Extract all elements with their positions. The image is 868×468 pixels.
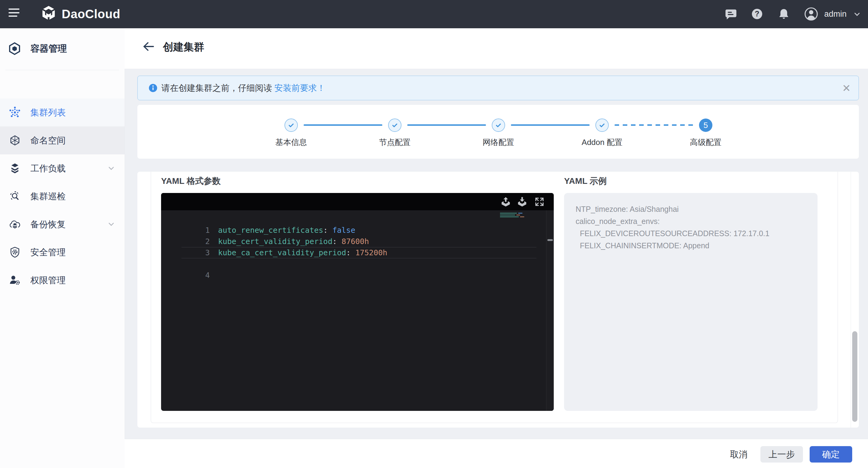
sidebar-item-cluster-list[interactable]: 集群列表 (0, 98, 125, 126)
user-menu-chevron-down-icon[interactable] (853, 10, 861, 19)
notification-bell-icon[interactable] (778, 8, 790, 20)
container-management-icon (8, 42, 22, 56)
help-icon[interactable]: ? (751, 8, 763, 20)
editor-minimap (500, 213, 534, 218)
yaml-params-title: YAML 格式参数 (161, 176, 221, 187)
line-number: 4 (197, 270, 210, 281)
sidebar-item-security-management[interactable]: 安全管理 (0, 238, 125, 266)
app-screen: DaoCloud ? admin 容器管理 (0, 0, 868, 468)
upload-icon[interactable] (500, 196, 511, 207)
sidebar-item-backup-restore[interactable]: 备份恢复 (0, 210, 125, 238)
back-arrow-icon[interactable] (143, 41, 154, 52)
step-1-indicator[interactable] (284, 119, 298, 132)
sidebar-item-label: 集群巡检 (30, 182, 66, 210)
code-line-4-current[interactable]: 4 (161, 247, 554, 258)
cluster-inspection-icon (9, 191, 21, 202)
check-icon (598, 121, 606, 129)
backup-restore-icon (9, 219, 21, 230)
step-label-basic-info: 基本信息 (246, 137, 337, 148)
step-label-network-config: 网络配置 (453, 137, 544, 148)
sidebar-item-label: 命名空间 (30, 126, 66, 154)
check-icon (287, 121, 295, 129)
sidebar-item-namespace[interactable]: 命名空间 (0, 126, 125, 154)
info-icon (149, 84, 157, 92)
editor-toolbar (161, 193, 554, 210)
sidebar-item-label: 安全管理 (30, 238, 66, 266)
step-connector-dashed (615, 124, 693, 126)
workload-icon (9, 163, 21, 174)
example-line: calico_node_extra_envs: (576, 215, 817, 227)
banner-close-icon[interactable]: ✕ (840, 82, 853, 95)
permission-management-icon (9, 274, 21, 286)
sidebar-item-workload[interactable]: 工作负载 (0, 154, 125, 182)
step-2-indicator[interactable] (388, 119, 401, 132)
step-3-indicator[interactable] (492, 119, 505, 132)
daocloud-logo-icon[interactable] (40, 4, 57, 22)
sidebar-item-label: 权限管理 (30, 266, 66, 294)
sidebar-divider (5, 70, 119, 70)
namespace-icon (9, 135, 21, 146)
sidebar-item-label: 备份恢复 (30, 210, 66, 238)
step-connector (304, 124, 382, 126)
sidebar-item-label: 工作负载 (30, 154, 66, 182)
chevron-down-icon[interactable] (107, 220, 116, 228)
svg-text:?: ? (755, 9, 759, 18)
download-icon[interactable] (517, 196, 528, 207)
sidebar-item-permission-management[interactable]: 权限管理 (0, 266, 125, 294)
step-connector (407, 124, 486, 126)
check-icon (391, 121, 399, 129)
username[interactable]: admin (824, 0, 847, 28)
banner-text: 请在创建集群之前，仔细阅读 安装前要求！ (161, 76, 326, 100)
page-title: 创建集群 (163, 39, 204, 55)
info-banner: 请在创建集群之前，仔细阅读 安装前要求！ ✕ (137, 76, 859, 100)
editor-scrollbar-thumb[interactable] (547, 239, 553, 241)
hamburger-menu-icon[interactable] (8, 8, 21, 18)
banner-message: 请在创建集群之前，仔细阅读 (161, 83, 274, 93)
fullscreen-icon[interactable] (534, 196, 545, 207)
sidebar-item-label: 集群列表 (30, 98, 66, 126)
step-5-indicator[interactable]: 5 (699, 119, 712, 132)
page-scrollbar-thumb[interactable] (852, 331, 857, 422)
yaml-example-box: NTP_timezone: Asia/Shanghai calico_node_… (564, 193, 817, 411)
security-management-icon (9, 246, 21, 258)
user-avatar-icon[interactable] (804, 7, 818, 21)
chevron-down-icon[interactable] (107, 164, 116, 173)
top-bar: DaoCloud ? admin (0, 0, 868, 28)
example-line: NTP_timezone: Asia/Shanghai (576, 203, 817, 215)
step-4-indicator[interactable] (595, 119, 609, 132)
check-icon (494, 121, 502, 129)
step-label-node-config: 节点配置 (349, 137, 440, 148)
current-line-highlight (181, 247, 536, 258)
step-label-advanced-config: 高级配置 (660, 137, 751, 148)
cancel-button[interactable]: 取消 (728, 446, 749, 463)
message-icon[interactable] (724, 8, 737, 20)
sidebar-item-cluster-inspection[interactable]: 集群巡检 (0, 182, 125, 210)
code-line-1[interactable]: 1auto_renew_certificates: false (161, 213, 554, 225)
step-connector (511, 124, 590, 126)
step-label-addon-config: Addon 配置 (556, 137, 648, 148)
page-header (125, 28, 868, 69)
example-line: FELIX_DEVICEROUTESOURCEADDRESS: 172.17.0… (576, 227, 817, 240)
confirm-button[interactable]: 确定 (810, 446, 852, 463)
stepper: 5 基本信息 节点配置 网络配置 Addon 配置 高级配置 (137, 105, 859, 159)
editor-scrollbar[interactable] (546, 210, 554, 411)
previous-step-button[interactable]: 上一步 (761, 446, 803, 463)
code-line-2[interactable]: 2kube_cert_validity_period: 87600h (161, 225, 554, 236)
yaml-code-editor[interactable]: 1auto_renew_certificates: false 2kube_ce… (161, 193, 554, 411)
sidebar: 容器管理 集群列表 命名空间 工作 (0, 28, 125, 468)
code-line-3[interactable]: 3kube_ca_cert_validity_period: 175200h (161, 236, 554, 247)
pre-install-requirements-link[interactable]: 安装前要求！ (274, 83, 326, 93)
yaml-example-title: YAML 示例 (564, 176, 607, 187)
footer-action-bar: 取消 上一步 确定 (125, 439, 868, 468)
brand-name: DaoCloud (62, 0, 120, 28)
example-line: FELIX_CHAININSERTMODE: Append (576, 240, 817, 252)
code-area[interactable]: 1auto_renew_certificates: false 2kube_ce… (161, 210, 554, 411)
cluster-list-icon (9, 107, 21, 118)
sidebar-title: 容器管理 (30, 42, 67, 56)
